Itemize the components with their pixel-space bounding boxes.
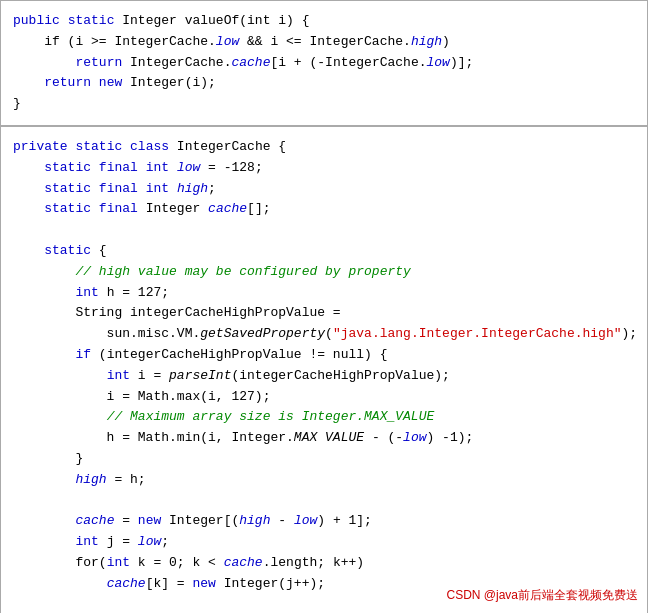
kw-final2: final bbox=[99, 181, 138, 196]
keyword-return2: return bbox=[44, 75, 91, 90]
var-low2: low bbox=[427, 55, 450, 70]
comment-high: // high value may be configured by prope… bbox=[75, 264, 410, 279]
var-low5: low bbox=[294, 513, 317, 528]
kw-new3: new bbox=[192, 576, 215, 591]
watermark: CSDN @java前后端全套视频免费送 bbox=[446, 586, 638, 605]
var-high2: high bbox=[177, 181, 208, 196]
var-low4: low bbox=[403, 430, 426, 445]
kw-int: int bbox=[146, 160, 169, 175]
kw-if: if bbox=[75, 347, 91, 362]
var-low: low bbox=[216, 34, 239, 49]
kw-int2: int bbox=[146, 181, 169, 196]
kw-int6: int bbox=[107, 555, 130, 570]
kw-new2: new bbox=[138, 513, 161, 528]
keyword-class: class bbox=[130, 139, 169, 154]
keyword-static: static bbox=[68, 13, 115, 28]
kw-int5: int bbox=[75, 534, 98, 549]
keyword-public: public bbox=[13, 13, 60, 28]
kw-static4: static bbox=[44, 243, 91, 258]
keyword-new: new bbox=[99, 75, 122, 90]
kw-final3: final bbox=[99, 201, 138, 216]
kw-static3: static bbox=[44, 201, 91, 216]
keyword-private: private bbox=[13, 139, 68, 154]
var-cache5: cache bbox=[107, 576, 146, 591]
kw-static2: static bbox=[44, 181, 91, 196]
kw-static: static bbox=[44, 160, 91, 175]
var-high: high bbox=[411, 34, 442, 49]
var-high3: high bbox=[75, 472, 106, 487]
var-cache4: cache bbox=[224, 555, 263, 570]
keyword-static2: static bbox=[75, 139, 122, 154]
var-low6: low bbox=[138, 534, 161, 549]
method-valueof: valueOf bbox=[185, 13, 240, 28]
kw-int3: int bbox=[75, 285, 98, 300]
var-cache3: cache bbox=[75, 513, 114, 528]
code-block-2: private static class IntegerCache { stat… bbox=[0, 126, 648, 613]
method-parseint: parseInt bbox=[169, 368, 231, 383]
var-maxvalue: MAX VALUE bbox=[294, 430, 364, 445]
string-prop: "java.lang.Integer.IntegerCache.high" bbox=[333, 326, 622, 341]
keyword-return: return bbox=[75, 55, 122, 70]
code-block-1: public static Integer valueOf(int i) { i… bbox=[0, 0, 648, 126]
method-getsavedproperty: getSavedProperty bbox=[200, 326, 325, 341]
kw-int4: int bbox=[107, 368, 130, 383]
kw-final: final bbox=[99, 160, 138, 175]
var-high4: high bbox=[239, 513, 270, 528]
var-cache: cache bbox=[231, 55, 270, 70]
var-cache2: cache bbox=[208, 201, 247, 216]
var-low3: low bbox=[177, 160, 200, 175]
comment-maxarray: // Maximum array size is Integer.MAX_VAL… bbox=[107, 409, 435, 424]
